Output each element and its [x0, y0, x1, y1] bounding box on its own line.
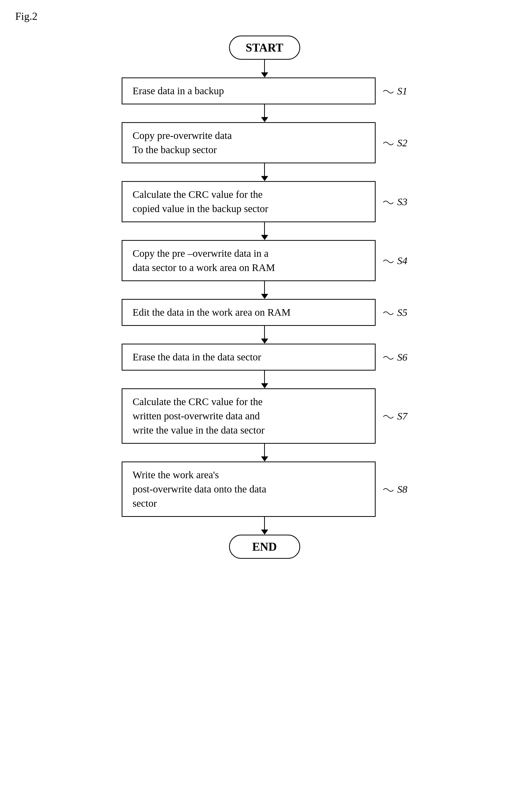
arrow-s2-s3 — [261, 163, 268, 181]
arrow-s6-s7 — [261, 371, 268, 388]
arrow-s3-s4 — [261, 222, 268, 240]
step-row-s1: Erase data in a backup S1 — [122, 77, 407, 104]
process-s1: Erase data in a backup — [122, 77, 376, 104]
step-row-s5: Edit the data in the work area on RAM S5 — [122, 299, 407, 326]
step-label-s3: S3 — [383, 196, 407, 208]
arrow-s1-s2 — [261, 104, 268, 122]
arrow-s7-s8 — [261, 444, 268, 462]
flowchart: START Erase data in a backup S1 Copy pre… — [0, 20, 529, 559]
step-label-s6: S6 — [383, 351, 407, 363]
arrow-s8-end — [261, 517, 268, 535]
step-label-s8: S8 — [383, 483, 407, 495]
start-terminal: START — [229, 35, 300, 60]
step-row-s4: Copy the pre –overwrite data in adata se… — [122, 240, 407, 281]
process-s4: Copy the pre –overwrite data in adata se… — [122, 240, 376, 281]
end-terminal: END — [229, 535, 300, 559]
process-s3: Calculate the CRC value for thecopied va… — [122, 181, 376, 222]
step-label-s5: S5 — [383, 307, 407, 319]
process-s2: Copy pre-overwrite dataTo the backup sec… — [122, 122, 376, 163]
step-row-s2: Copy pre-overwrite dataTo the backup sec… — [122, 122, 407, 163]
step-label-s4: S4 — [383, 255, 407, 267]
step-row-s3: Calculate the CRC value for thecopied va… — [122, 181, 407, 222]
step-label-s1: S1 — [383, 85, 407, 97]
process-s5: Edit the data in the work area on RAM — [122, 299, 376, 326]
step-row-s6: Erase the data in the data sector S6 — [122, 344, 407, 371]
step-row-s7: Calculate the CRC value for thewritten p… — [122, 388, 407, 444]
arrow-start-s1 — [261, 60, 268, 77]
step-label-s7: S7 — [383, 410, 407, 422]
process-s6: Erase the data in the data sector — [122, 344, 376, 371]
process-s7: Calculate the CRC value for thewritten p… — [122, 388, 376, 444]
arrow-s4-s5 — [261, 281, 268, 299]
step-label-s2: S2 — [383, 137, 407, 149]
arrow-s5-s6 — [261, 326, 268, 344]
step-row-end: END — [229, 535, 300, 559]
step-row-s8: Write the work area'spost-overwrite data… — [122, 462, 407, 517]
process-s8: Write the work area'spost-overwrite data… — [122, 462, 376, 517]
